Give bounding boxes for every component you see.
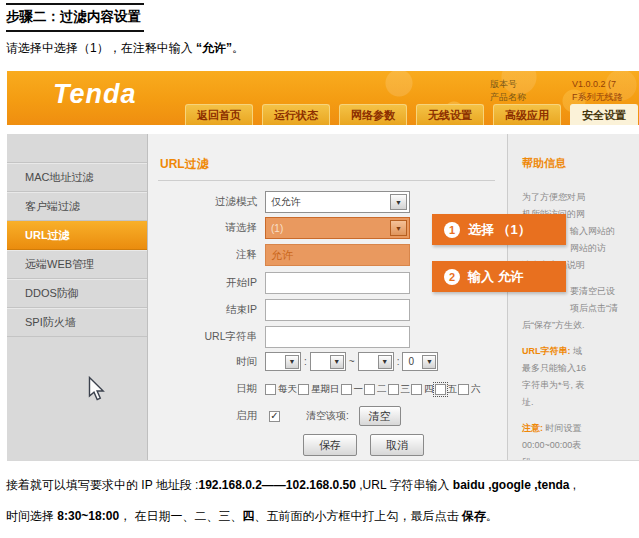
start-ip-row: 开始IP: [148, 272, 410, 294]
tab-wireless-settings[interactable]: 无线设置: [416, 104, 484, 125]
tab-network-params[interactable]: 网络参数: [339, 104, 407, 125]
help-text-line: URL字符串: 域: [508, 343, 639, 360]
sidebar-list: MAC地址过滤 客户端过滤 URL过滤 远端WEB管理 DDOS防御 SPI防火…: [7, 162, 147, 337]
intro-pre: 请选择中选择（1），在注释中输入: [6, 41, 196, 55]
footer-ip-range: 192.168.0.2——102.168.0.50: [198, 478, 355, 492]
device-info: 版本号 V1.0.0.2 (7 产品名称 F系列无线路: [490, 78, 639, 104]
sidebar: MAC地址过滤 客户端过滤 URL过滤 远端WEB管理 DDOS防御 SPI防火…: [7, 134, 148, 460]
checkbox-friday[interactable]: [435, 384, 446, 395]
checkbox-saturday[interactable]: [458, 384, 469, 395]
intro-bold: “允许”: [196, 41, 232, 55]
chevron-down-icon[interactable]: [330, 355, 344, 369]
callout-number-badge: 1: [444, 222, 460, 238]
time-start-hour-select[interactable]: [265, 352, 301, 371]
router-content: MAC地址过滤 客户端过滤 URL过滤 远端WEB管理 DDOS防御 SPI防火…: [7, 134, 639, 461]
panel-title: URL过滤: [160, 156, 209, 173]
chevron-down-icon[interactable]: [422, 355, 436, 369]
clear-button[interactable]: 清空: [359, 406, 401, 426]
page: 步骤二：过滤内容设置 请选择中选择（1），在注释中输入 “允许”。 Tenda …: [0, 0, 639, 538]
url-filter-panel: URL过滤 过滤模式 仅允许 请选择 (1): [148, 134, 507, 460]
panel-separator: [158, 180, 495, 181]
tab-running-status[interactable]: 运行状态: [262, 104, 330, 125]
enable-label: 启用: [148, 409, 265, 423]
help-paragraph: 注意: 时间设置 00:00~00:00表 段.: [508, 420, 639, 460]
footer-text: 时间选择: [6, 509, 57, 523]
date-option-label: 一: [354, 383, 364, 396]
checkbox-wednesday[interactable]: [388, 384, 399, 395]
help-url-label: URL字符串:: [522, 346, 571, 356]
filter-mode-select[interactable]: 仅允许: [265, 191, 410, 213]
footer-text: 。: [486, 509, 498, 523]
product-label: 产品名称: [490, 91, 572, 104]
help-text-line: 字符串为*号, 表: [508, 377, 639, 394]
checkbox-everyday[interactable]: [265, 384, 276, 395]
chevron-down-icon[interactable]: [390, 194, 407, 210]
callout-number-badge: 2: [444, 269, 460, 285]
tab-security-settings[interactable]: 安全设置: [570, 104, 638, 125]
time-end-minute-value: 0: [403, 356, 422, 367]
help-text-line: 最多只能输入16: [508, 360, 639, 377]
time-start-minute-select[interactable]: [310, 352, 346, 371]
sidebar-item-spi-firewall[interactable]: SPI防火墙: [7, 308, 147, 337]
page-title: 步骤二：过滤内容设置: [6, 3, 144, 32]
time-end-minute-select[interactable]: 0: [402, 352, 438, 371]
filter-mode-label: 过滤模式: [148, 195, 265, 209]
chevron-down-icon[interactable]: [378, 355, 392, 369]
time-colon-separator: :: [397, 356, 400, 367]
help-text-fragment: 域: [571, 346, 583, 356]
date-option-label: 六: [471, 383, 481, 396]
help-text-line: 后“保存”方生效.: [508, 317, 639, 334]
callout-text: 选择 （1）: [468, 221, 531, 239]
start-ip-input[interactable]: [265, 272, 410, 294]
url-string-input[interactable]: [265, 326, 410, 348]
comment-row: 注释: [148, 244, 410, 266]
checkbox-monday[interactable]: [341, 384, 352, 395]
chevron-down-icon[interactable]: [285, 355, 299, 369]
time-end-hour-select[interactable]: [358, 352, 394, 371]
sidebar-item-url-filter[interactable]: URL过滤: [7, 221, 147, 250]
cancel-button[interactable]: 取消: [370, 434, 424, 456]
end-ip-label: 结束IP: [148, 303, 265, 317]
router-header: Tenda 版本号 V1.0.0.2 (7 产品名称 F系列无线路 返回首页 运…: [7, 71, 639, 125]
action-buttons-row: 保存 取消: [148, 434, 424, 456]
version-value: V1.0.0.2 (7: [572, 78, 616, 91]
footer-text-bold: 四: [242, 509, 254, 523]
sidebar-item-ddos[interactable]: DDOS防御: [7, 279, 147, 308]
help-title: 帮助信息: [508, 156, 639, 170]
tab-home[interactable]: 返回首页: [185, 104, 253, 125]
checkbox-thursday[interactable]: [411, 384, 422, 395]
help-text-line: 00:00~00:00表: [508, 437, 639, 454]
comment-input[interactable]: [265, 244, 410, 266]
sidebar-item-client-filter[interactable]: 客户端过滤: [7, 192, 147, 221]
save-button[interactable]: 保存: [303, 434, 357, 456]
help-panel: 帮助信息 为了方便您对局 机所能访问的网 输入网站的 网站的访 请参考产品说明 …: [507, 134, 639, 460]
checkbox-enable[interactable]: [269, 411, 280, 422]
rule-select-label: 请选择: [148, 221, 265, 235]
product-value: F系列无线路: [572, 91, 623, 104]
help-text-fragment: 时间设置: [543, 423, 582, 433]
rule-select-row: 请选择 (1): [148, 217, 410, 239]
help-text-line: 项后点击“清: [508, 300, 639, 317]
end-ip-input[interactable]: [265, 299, 410, 321]
date-label: 日期: [148, 382, 265, 396]
footer-text: 、五前面的小方框中打上勾，最后点击: [254, 509, 461, 523]
date-row: 日期 每天 星期日 一 二 三 四 五 六: [148, 382, 482, 396]
filter-mode-row: 过滤模式 仅允许: [148, 191, 410, 213]
time-label: 时间: [148, 355, 265, 369]
help-text-line: 段.: [508, 454, 639, 460]
rule-select[interactable]: (1): [265, 217, 410, 239]
checkbox-tuesday[interactable]: [364, 384, 375, 395]
footer-save-bold: 保存: [462, 509, 486, 523]
tab-advanced[interactable]: 高级应用: [493, 104, 561, 125]
url-string-row: URL字符串: [148, 326, 410, 348]
intro-text: 请选择中选择（1），在注释中输入 “允许”。: [6, 40, 244, 57]
intro-post: 。: [232, 41, 244, 55]
footer-text: ,URL 字符串输入: [356, 478, 453, 492]
end-ip-row: 结束IP: [148, 299, 410, 321]
version-label: 版本号: [490, 78, 572, 91]
checkbox-sunday[interactable]: [298, 384, 309, 395]
enable-row: 启用 清空该项: 清空: [148, 406, 401, 426]
sidebar-item-mac-filter[interactable]: MAC地址过滤: [7, 163, 147, 192]
sidebar-item-remote-web[interactable]: 远端WEB管理: [7, 250, 147, 279]
chevron-down-icon[interactable]: [390, 220, 407, 236]
